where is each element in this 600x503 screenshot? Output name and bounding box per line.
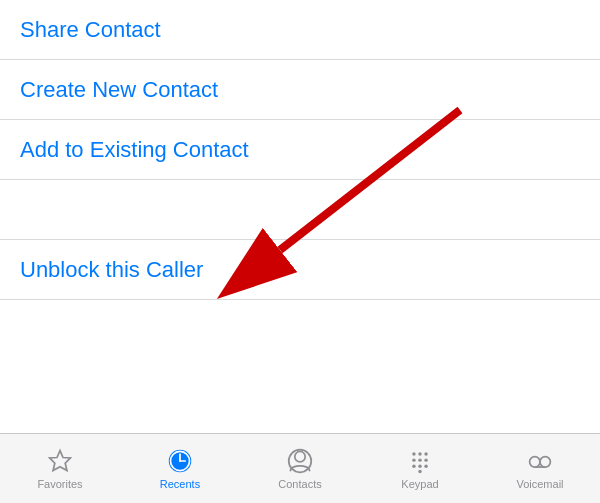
share-contact-item[interactable]: Share Contact bbox=[0, 0, 600, 60]
svg-point-12 bbox=[424, 452, 427, 455]
create-new-contact-label: Create New Contact bbox=[20, 77, 218, 103]
svg-point-16 bbox=[412, 464, 415, 467]
svg-point-17 bbox=[418, 464, 421, 467]
tab-favorites[interactable]: Favorites bbox=[0, 434, 120, 503]
svg-point-20 bbox=[530, 456, 540, 466]
svg-marker-2 bbox=[50, 450, 71, 470]
tab-contacts[interactable]: Contacts bbox=[240, 434, 360, 503]
keypad-icon bbox=[407, 448, 433, 474]
svg-point-10 bbox=[412, 452, 415, 455]
tab-voicemail[interactable]: Voicemail bbox=[480, 434, 600, 503]
share-contact-label: Share Contact bbox=[20, 17, 161, 43]
keypad-label: Keypad bbox=[401, 478, 438, 490]
voicemail-icon bbox=[527, 448, 553, 474]
tab-bar: Favorites Recents Contacts bbox=[0, 433, 600, 503]
contacts-label: Contacts bbox=[278, 478, 321, 490]
svg-point-18 bbox=[424, 464, 427, 467]
tab-keypad[interactable]: Keypad bbox=[360, 434, 480, 503]
favorites-label: Favorites bbox=[37, 478, 82, 490]
svg-point-19 bbox=[418, 469, 421, 472]
svg-point-21 bbox=[540, 456, 550, 466]
star-icon bbox=[47, 448, 73, 474]
svg-point-11 bbox=[418, 452, 421, 455]
svg-point-15 bbox=[424, 458, 427, 461]
svg-point-8 bbox=[295, 451, 305, 461]
unblock-caller-item[interactable]: Unblock this Caller bbox=[0, 240, 600, 300]
svg-point-13 bbox=[412, 458, 415, 461]
svg-point-14 bbox=[418, 458, 421, 461]
voicemail-label: Voicemail bbox=[516, 478, 563, 490]
tab-recents[interactable]: Recents bbox=[120, 434, 240, 503]
unblock-caller-label: Unblock this Caller bbox=[20, 257, 203, 283]
clock-icon bbox=[167, 448, 193, 474]
add-to-existing-label: Add to Existing Contact bbox=[20, 137, 249, 163]
menu-list: Share Contact Create New Contact Add to … bbox=[0, 0, 600, 433]
person-icon bbox=[287, 448, 313, 474]
recents-label: Recents bbox=[160, 478, 200, 490]
empty-separator bbox=[0, 180, 600, 240]
add-to-existing-item[interactable]: Add to Existing Contact bbox=[0, 120, 600, 180]
create-new-contact-item[interactable]: Create New Contact bbox=[0, 60, 600, 120]
